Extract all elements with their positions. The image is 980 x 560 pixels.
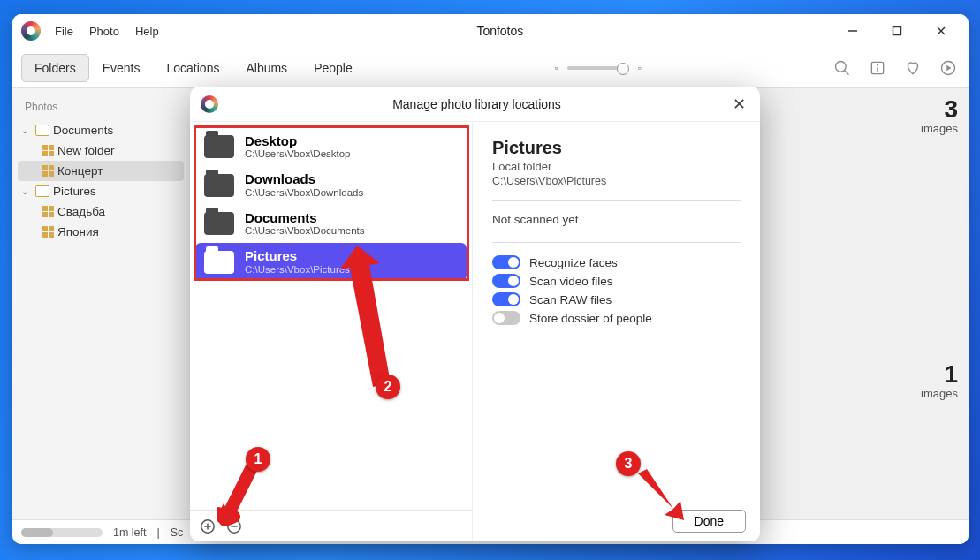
option-label: Scan video files [529, 275, 613, 288]
annotation-marker-1: 1 [246, 447, 270, 472]
count-label: images [921, 387, 958, 400]
tree-documents[interactable]: ⌄Documents [12, 120, 189, 140]
option-label: Recognize faces [529, 256, 618, 269]
folder-icon [204, 212, 234, 235]
tree-label: New folder [57, 144, 115, 157]
svg-point-8 [877, 64, 878, 65]
info-icon[interactable] [866, 57, 889, 79]
heart-icon[interactable] [901, 57, 924, 79]
progress-bar [21, 528, 103, 537]
image-count-2: 1 images [921, 362, 958, 400]
view-tabs: Folders Events Locations Albums People [21, 54, 366, 82]
location-name: Pictures [245, 248, 350, 263]
location-item-documents[interactable]: DocumentsC:\Users\Vbox\Documents [195, 205, 467, 242]
toggle-scan-raw[interactable] [492, 292, 520, 306]
folder-icon [204, 135, 234, 158]
location-name: Downloads [245, 171, 363, 186]
svg-marker-17 [638, 469, 684, 520]
folder-icon [35, 125, 49, 136]
location-path: C:\Users\Vbox\Pictures [245, 264, 350, 276]
menu-photo[interactable]: Photo [82, 21, 126, 42]
count-label: images [921, 122, 958, 135]
tab-locations[interactable]: Locations [154, 54, 233, 82]
svg-point-4 [836, 61, 847, 72]
scan-status: Not scanned yet [492, 213, 741, 226]
tree-label: Концерт [57, 164, 103, 178]
close-button[interactable] [923, 18, 960, 44]
details-path: C:\Users\Vbox\Pictures [492, 175, 741, 187]
toolbar: Folders Events Locations Albums People ▫… [12, 48, 969, 88]
thumb-large-icon: ▫ [638, 62, 642, 74]
location-path: C:\Users\Vbox\Downloads [245, 187, 363, 199]
menu-file[interactable]: File [48, 21, 80, 42]
grid-icon [42, 165, 54, 177]
tab-events[interactable]: Events [89, 54, 154, 82]
sidebar: Photos ⌄Documents New folder Концерт ⌄Pi… [12, 88, 189, 519]
dialog-title: Manage photo library locations [225, 97, 728, 111]
toggle-store-dossier[interactable] [492, 311, 520, 325]
app-logo-icon [21, 21, 41, 41]
folder-icon [204, 174, 234, 197]
play-icon[interactable] [937, 57, 960, 79]
window-title: Tonfotos [166, 24, 834, 38]
annotation-marker-3: 3 [616, 451, 641, 476]
location-path: C:\Users\Vbox\Documents [245, 225, 365, 237]
thumbnail-size-slider[interactable] [567, 66, 629, 70]
tab-albums[interactable]: Albums [232, 54, 300, 82]
tab-people[interactable]: People [300, 54, 366, 82]
grid-icon [42, 145, 54, 156]
svg-line-5 [845, 70, 849, 74]
option-label: Scan RAW files [529, 293, 612, 306]
tree-pictures[interactable]: ⌄Pictures [12, 181, 189, 201]
count-number: 3 [921, 97, 958, 122]
grid-icon [42, 226, 54, 238]
titlebar: File Photo Help Tonfotos [12, 14, 969, 48]
status-scanning: Sc [171, 526, 184, 539]
tree-label: Свадьба [57, 205, 105, 218]
tree-label: Pictures [53, 185, 96, 198]
details-subtitle: Local folder [492, 160, 741, 173]
folder-icon [35, 185, 49, 197]
main-menu: File Photo Help [48, 21, 166, 42]
app-logo-icon [201, 95, 218, 113]
maximize-button[interactable] [878, 18, 915, 44]
tree-wedding[interactable]: Свадьба [12, 201, 189, 222]
annotation-marker-2: 2 [376, 375, 400, 399]
location-details: Pictures Local folder C:\Users\Vbox\Pict… [473, 122, 760, 541]
details-title: Pictures [492, 138, 741, 158]
location-name: Documents [245, 210, 365, 225]
option-label: Store dossier of people [529, 312, 652, 325]
location-item-pictures[interactable]: PicturesC:\Users\Vbox\Pictures [195, 243, 467, 280]
annotation-arrow-2 [339, 246, 410, 396]
location-item-desktop[interactable]: DesktopC:\Users\Vbox\Desktop [195, 128, 467, 165]
svg-marker-16 [339, 246, 391, 387]
dialog-header: Manage photo library locations ✕ [190, 87, 760, 122]
location-path: C:\Users\Vbox\Desktop [245, 148, 351, 160]
toggle-recognize-faces[interactable] [492, 255, 520, 269]
tree-new-folder[interactable]: New folder [12, 140, 189, 161]
folder-icon [204, 251, 234, 274]
search-icon[interactable] [831, 57, 854, 79]
location-item-downloads[interactable]: DownloadsC:\Users\Vbox\Downloads [195, 166, 467, 203]
status-time-left: 1m left [113, 526, 147, 539]
annotation-arrow-3 [629, 469, 700, 531]
tree-concert[interactable]: Концерт [18, 161, 184, 181]
location-name: Desktop [245, 133, 351, 148]
dialog-close-button[interactable]: ✕ [728, 95, 749, 114]
thumb-small-icon: ▫ [555, 62, 558, 74]
tree-label: Япония [57, 225, 99, 238]
window-controls [834, 18, 960, 44]
image-count-1: 3 images [921, 97, 958, 135]
sidebar-heading: Photos [12, 97, 189, 120]
svg-rect-1 [893, 27, 901, 35]
minimize-button[interactable] [834, 18, 871, 44]
tab-folders[interactable]: Folders [21, 54, 89, 82]
grid-icon [42, 206, 54, 217]
count-number: 1 [921, 362, 958, 387]
toggle-scan-video[interactable] [492, 274, 520, 288]
menu-help[interactable]: Help [128, 21, 166, 42]
tree-japan[interactable]: Япония [12, 222, 189, 242]
tree-label: Documents [53, 124, 113, 137]
